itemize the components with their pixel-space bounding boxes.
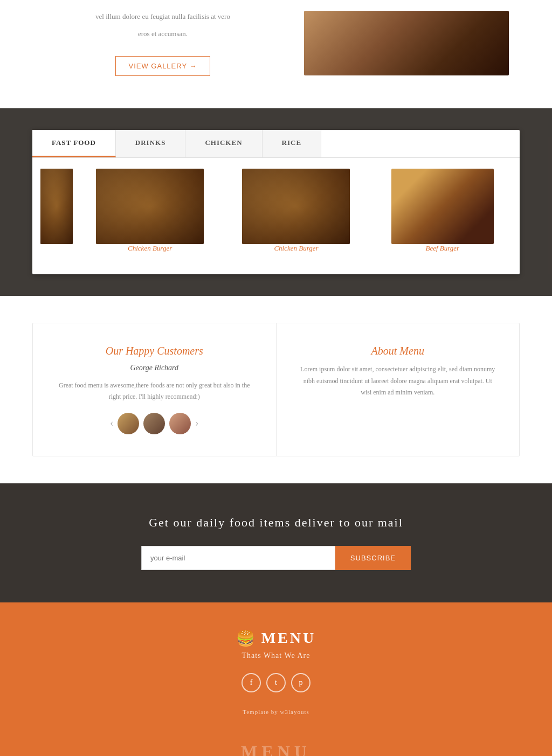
bottom-peek: MENU bbox=[0, 731, 552, 756]
food-label-1: Chicken Burger bbox=[81, 244, 219, 253]
tab-drinks[interactable]: DRINKS bbox=[116, 130, 186, 157]
menu-side-item bbox=[40, 169, 73, 244]
view-gallery-button[interactable]: VIEW GALLERY → bbox=[115, 56, 211, 76]
footer-social: f t p bbox=[43, 673, 509, 692]
menu-items-row: Chicken Burger Chicken Burger Beef Burge… bbox=[32, 158, 520, 258]
gallery-description: vel illum dolore eu feugiat nulla facili… bbox=[43, 11, 282, 23]
avatar-1[interactable] bbox=[118, 413, 139, 434]
menu-tabs: FAST FOOD DRINKS CHICKEN RICE bbox=[32, 130, 520, 158]
gallery-description2: eros et accumsan. bbox=[43, 28, 282, 40]
next-arrow[interactable]: › bbox=[195, 418, 198, 429]
food-image-1 bbox=[96, 169, 204, 244]
food-label-3: Beef Burger bbox=[374, 244, 512, 253]
side-food-image bbox=[40, 169, 73, 244]
prev-arrow[interactable]: ‹ bbox=[110, 418, 113, 429]
footer-template-text: Template by w3layouts bbox=[43, 709, 509, 715]
gallery-section: vel illum dolore eu feugiat nulla facili… bbox=[0, 0, 552, 108]
social-twitter[interactable]: t bbox=[266, 673, 286, 692]
food-image-2 bbox=[242, 169, 350, 244]
footer-brand: MENU bbox=[261, 629, 316, 647]
tab-rice[interactable]: RICE bbox=[263, 130, 322, 157]
footer-logo-area: 🍔 MENU bbox=[43, 629, 509, 647]
menu-item-3: Beef Burger bbox=[374, 169, 512, 253]
footer-section: 🍔 MENU Thats What We Are f t p Template … bbox=[0, 602, 552, 731]
customers-title: Our Happy Customers bbox=[54, 345, 254, 357]
burger-icon: 🍔 bbox=[236, 629, 255, 647]
tab-fast-food[interactable]: FAST FOOD bbox=[32, 130, 116, 157]
menu-item-2: Chicken Burger bbox=[227, 169, 365, 253]
food-image-3 bbox=[391, 169, 494, 244]
subscribe-button[interactable]: SUBSCRIBE bbox=[335, 546, 411, 570]
tab-chicken[interactable]: CHICKEN bbox=[185, 130, 262, 157]
about-text: Lorem ipsum dolor sit amet, consectetuer… bbox=[298, 364, 498, 399]
about-menu-panel: About Menu Lorem ipsum dolor sit amet, c… bbox=[277, 323, 520, 456]
newsletter-title: Get our daily food items deliver to our … bbox=[43, 516, 509, 530]
social-facebook[interactable]: f bbox=[242, 673, 261, 692]
customer-avatars: ‹ › bbox=[54, 413, 254, 434]
about-title: About Menu bbox=[298, 345, 498, 357]
social-pinterest[interactable]: p bbox=[291, 673, 310, 692]
customer-name: George Richard bbox=[54, 364, 254, 372]
avatar-3[interactable] bbox=[169, 413, 191, 434]
menu-card: FAST FOOD DRINKS CHICKEN RICE Chicken Bu… bbox=[32, 130, 520, 274]
bottom-peek-text: MENU bbox=[11, 742, 541, 756]
newsletter-form: SUBSCRIBE bbox=[141, 546, 411, 570]
gallery-text-area: vel illum dolore eu feugiat nulla facili… bbox=[43, 11, 282, 76]
avatar-2[interactable] bbox=[143, 413, 165, 434]
food-label-2: Chicken Burger bbox=[227, 244, 365, 253]
gallery-image bbox=[304, 11, 509, 75]
email-input[interactable] bbox=[141, 546, 335, 570]
customer-review: Great food menu is awesome,there foods a… bbox=[54, 380, 254, 402]
food-menu-section: FAST FOOD DRINKS CHICKEN RICE Chicken Bu… bbox=[0, 108, 552, 296]
menu-item-1: Chicken Burger bbox=[81, 169, 219, 253]
footer-tagline: Thats What We Are bbox=[43, 651, 509, 660]
customers-inner: Our Happy Customers George Richard Great… bbox=[32, 323, 520, 456]
newsletter-section: Get our daily food items deliver to our … bbox=[0, 483, 552, 602]
customers-section: Our Happy Customers George Richard Great… bbox=[0, 296, 552, 483]
testimonials-panel: Our Happy Customers George Richard Great… bbox=[33, 323, 277, 456]
